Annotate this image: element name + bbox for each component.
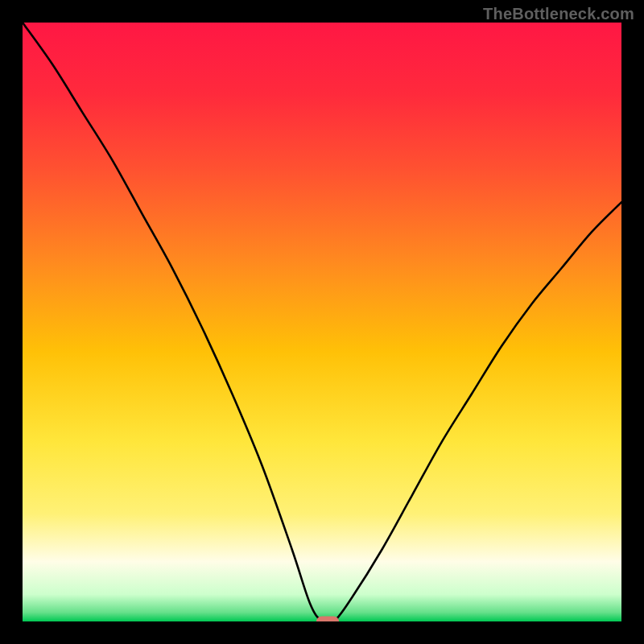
- optimal-marker: [316, 617, 339, 622]
- gradient-background: [23, 23, 621, 621]
- watermark-text: TheBottleneck.com: [483, 5, 634, 23]
- chart-frame: TheBottleneck.com: [0, 0, 644, 644]
- plot-area: [23, 23, 621, 621]
- chart-canvas: [23, 23, 621, 621]
